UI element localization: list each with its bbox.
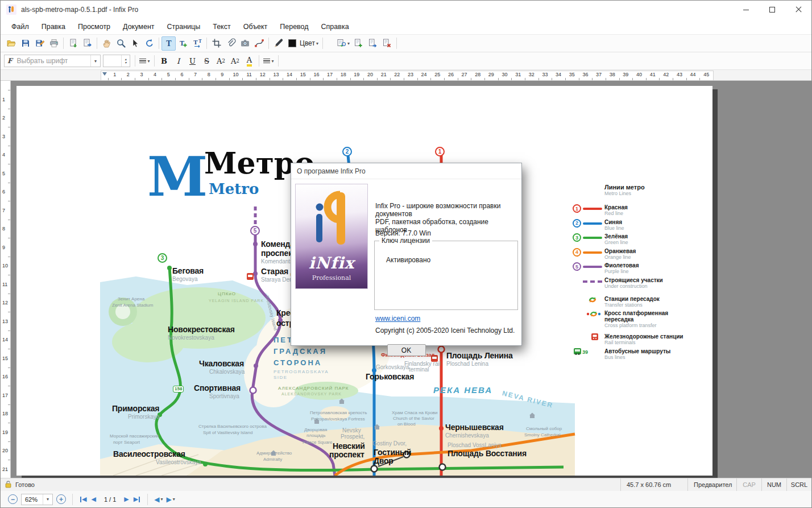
first-page-button[interactable]: ◀ [77,495,89,503]
page-add-button[interactable] [351,36,366,51]
zoom-dropdown[interactable]: ▾ [43,494,52,505]
bold-button[interactable]: B [157,54,171,68]
curve-button[interactable] [252,36,266,51]
next-page-button[interactable]: ▶ [122,495,131,503]
ruler-tick [242,78,243,80]
last-page-button[interactable]: ▶ [131,495,143,503]
menu-file[interactable]: Файл [5,20,35,34]
menu-pages[interactable]: Страницы [161,20,207,34]
ruler-tick [430,78,431,80]
color-dropdown-icon[interactable]: ▾ [316,41,318,46]
zoom-button[interactable] [114,36,128,51]
ruler-number: 32 [529,72,535,77]
camera-button[interactable] [238,36,252,51]
ruler-tick [471,78,471,80]
ruler-tick [592,78,593,80]
legend-label-en: Transfer stations [604,302,643,308]
page-remove-button[interactable] [380,36,394,51]
map-label: Begovaya [172,276,197,282]
font-select[interactable]: F Выбрать шрифт ▾ [4,55,101,67]
close-icon[interactable] [785,1,811,19]
font-icon: F [5,57,14,65]
previous-view-button[interactable]: ◀▾ [152,495,164,503]
subscript-button[interactable]: A2 [228,54,242,68]
text-tool-button[interactable]: T [161,36,176,51]
legend-line-swatch [583,237,602,239]
map-label: SIDE [274,375,288,381]
zoom-level-select[interactable]: 62% ▾ [21,494,53,505]
ruler-number: 20 [367,72,373,77]
legend-label-en: Orange line [604,254,631,260]
menu-translate[interactable]: Перевод [274,20,314,34]
font-select-dropdown[interactable]: ▾ [90,55,100,67]
maximize-icon[interactable] [759,1,785,19]
ruler-number: 28 [475,72,480,77]
document-canvas[interactable]: 123456789101112131415161718192021 М Метр… [1,81,811,478]
page-extract-button[interactable] [366,36,380,51]
menu-text[interactable]: Текст [206,20,237,34]
bus-route-badge: 158 [173,386,184,393]
menu-edit[interactable]: Правка [35,20,72,34]
menu-view[interactable]: Просмотр [72,20,117,34]
export-button[interactable] [32,36,47,51]
separator [259,55,259,67]
next-view-button[interactable]: ▶▾ [165,495,177,503]
print-button[interactable] [47,36,61,51]
license-groupbox: Ключ лицензии Активировано [374,241,518,310]
pages-extract-button[interactable] [80,36,94,51]
superscript-button[interactable]: A2 [214,54,228,68]
italic-button[interactable]: I [171,54,185,68]
legend-label-ru: Железнодорожные станции [604,333,683,340]
zoom-in-button[interactable]: + [56,494,66,504]
line-spacing-button[interactable]: ▾ [262,54,276,68]
strikethrough-button[interactable]: S [200,54,214,68]
preview-button[interactable]: Предварител [687,478,736,491]
ruler-tick [390,78,391,80]
text-flow-button[interactable]: TT [190,36,204,51]
text-plus-button[interactable]: T [176,36,190,51]
color-button[interactable]: Цвет▾ [285,36,320,51]
align-button[interactable]: ▾ [138,54,152,68]
attach-button[interactable] [223,36,238,51]
ruler-number: 22 [394,72,400,77]
translate-icon [336,38,346,48]
save-button[interactable] [18,36,32,51]
ok-button[interactable]: OK [387,344,426,356]
menu-object[interactable]: Объект [237,20,274,34]
pen-button[interactable] [271,36,285,51]
highlight-button[interactable]: A [242,54,256,68]
font-size-select[interactable]: ▴▾ [103,55,130,67]
rotate-button[interactable] [142,36,156,51]
legend-line-badge: 3 [573,233,581,242]
align-icon [139,59,146,64]
iceni-link[interactable]: www.iceni.com [375,315,420,323]
line-badge-3: 3 [158,253,167,263]
translate-dropdown-icon[interactable]: ▾ [347,41,350,46]
zoom-out-button[interactable]: − [8,494,18,504]
ruler-number: 29 [488,72,494,77]
ruler-tick [579,78,579,80]
map-title-en: Metro [209,180,259,197]
select-button[interactable] [128,36,142,51]
ruler-number: 7 [194,72,197,77]
hand-button[interactable] [100,36,114,51]
under-construction-swatch [583,280,602,283]
ruler-number: 14 [287,72,292,77]
open-button[interactable] [4,36,18,51]
crop-button[interactable] [209,36,223,51]
menu-help[interactable]: Справка [315,20,355,34]
vertical-ruler[interactable]: 123456789101112131415161718192021 [1,81,11,478]
underline-button[interactable]: U [185,54,200,68]
dialog-title-bar[interactable]: О программе Infix Pro [291,163,521,179]
indent-marker[interactable] [102,72,107,76]
minimize-icon[interactable] [733,1,759,19]
menu-document[interactable]: Документ [117,20,160,34]
title-bar[interactable]: als-spb-metro-map-0.5.1.pdf - Infix Pro [1,1,811,19]
ruler-tick [8,164,10,164]
font-size-spinner[interactable]: ▴▾ [121,55,130,67]
translate-button[interactable]: ▾ [334,36,351,51]
horizontal-ruler[interactable]: 1234567891011121314151617181920212223242… [1,70,811,81]
previous-page-button[interactable]: ◀ [89,495,98,503]
map-label: Стрелка Васильевского острова [198,424,267,429]
pages-import-button[interactable] [66,36,80,51]
